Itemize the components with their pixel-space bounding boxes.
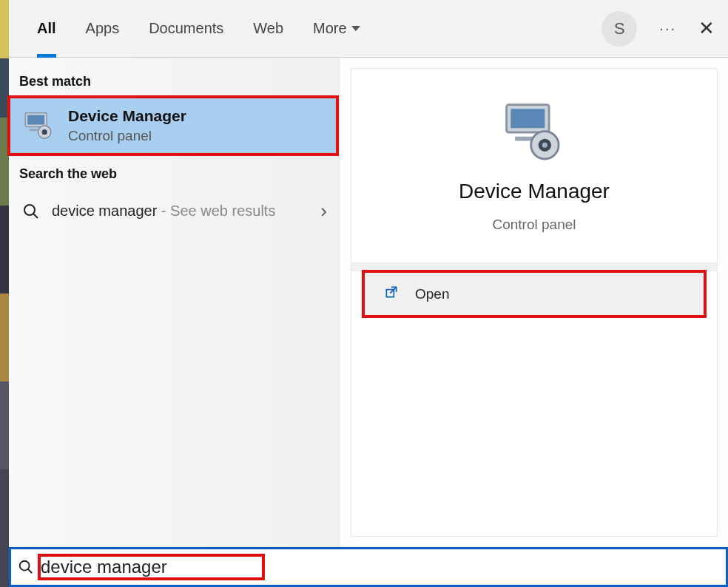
tab-more-label: More: [313, 20, 347, 37]
avatar-initial: S: [614, 19, 625, 38]
tab-apps-label: Apps: [86, 20, 120, 37]
search-window: All Apps Documents Web More S ··· ✕ Best…: [9, 0, 728, 587]
tab-documents-label: Documents: [149, 20, 223, 37]
results-column: Best match Device Manager: [9, 58, 340, 547]
header-right: S ··· ✕: [601, 11, 715, 47]
detail-subtitle: Control panel: [492, 217, 576, 233]
search-icon: [22, 203, 40, 220]
best-match-texts: Device Manager Control panel: [68, 107, 186, 144]
open-external-icon: [384, 285, 399, 303]
search-input[interactable]: [41, 557, 262, 577]
filter-tabs: All Apps Documents Web More: [22, 0, 375, 58]
detail-column: Device Manager Control panel Open: [340, 58, 728, 547]
best-match-highlight: Device Manager Control panel: [9, 97, 337, 155]
search-icon: [17, 558, 35, 576]
detail-card: Device Manager Control panel Open: [351, 68, 718, 537]
web-result-row[interactable]: device manager - See web results ›: [9, 189, 340, 233]
svg-line-15: [28, 569, 33, 574]
user-avatar[interactable]: S: [601, 11, 637, 47]
tab-all-label: All: [37, 20, 56, 37]
device-manager-icon-large: [497, 98, 571, 166]
web-result-suffix: - See web results: [157, 203, 275, 219]
best-match-title: Device Manager: [68, 107, 186, 125]
search-text-highlight: [39, 555, 263, 579]
search-bar[interactable]: [9, 547, 728, 587]
svg-rect-8: [510, 109, 545, 128]
chevron-right-icon: ›: [320, 200, 327, 223]
tab-web-label: Web: [253, 20, 283, 37]
close-button[interactable]: ✕: [698, 17, 715, 40]
tab-web[interactable]: Web: [238, 0, 298, 58]
tab-more[interactable]: More: [298, 0, 375, 58]
detail-title: Device Manager: [459, 180, 610, 203]
search-web-heading: Search the web: [9, 159, 340, 189]
svg-rect-1: [27, 115, 44, 125]
tab-apps[interactable]: Apps: [71, 0, 135, 58]
detail-hero: Device Manager Control panel: [351, 69, 717, 262]
chevron-down-icon: [351, 26, 360, 31]
main-area: Best match Device Manager: [9, 58, 728, 547]
more-options-button[interactable]: ···: [659, 20, 676, 37]
header: All Apps Documents Web More S ··· ✕: [9, 0, 728, 58]
desktop-edge-strip: [0, 0, 9, 587]
svg-point-4: [42, 129, 47, 135]
detail-separator: [351, 262, 717, 271]
tab-documents[interactable]: Documents: [134, 0, 238, 58]
best-match-heading: Best match: [9, 67, 340, 97]
svg-line-6: [33, 214, 38, 218]
best-match-result[interactable]: Device Manager Control panel: [9, 97, 337, 155]
best-match-subtitle: Control panel: [68, 128, 186, 144]
web-result-query: device manager: [52, 203, 157, 219]
svg-point-5: [24, 205, 35, 215]
open-action-label: Open: [415, 286, 449, 302]
device-manager-icon: [22, 109, 56, 143]
open-action[interactable]: Open: [363, 271, 705, 316]
svg-point-14: [20, 561, 30, 571]
web-result-texts: device manager - See web results: [52, 203, 275, 220]
svg-point-12: [542, 143, 547, 148]
tab-all[interactable]: All: [22, 0, 71, 58]
open-action-highlight: Open: [363, 271, 705, 316]
